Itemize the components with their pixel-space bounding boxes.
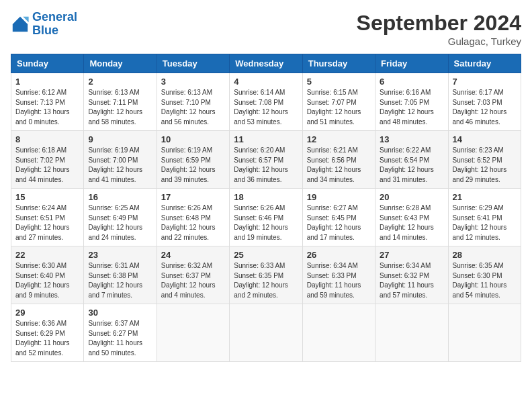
calendar-cell: 30Sunrise: 6:37 AM Sunset: 6:27 PM Dayli…	[84, 304, 157, 362]
weekday-header-sunday: Sunday	[11, 54, 84, 73]
day-info: Sunrise: 6:36 AM Sunset: 6:29 PM Dayligh…	[15, 319, 79, 358]
day-number: 5	[307, 77, 371, 87]
day-number: 16	[88, 192, 152, 202]
day-info: Sunrise: 6:29 AM Sunset: 6:41 PM Dayligh…	[453, 203, 517, 242]
calendar-cell: 5Sunrise: 6:15 AM Sunset: 7:07 PM Daylig…	[302, 73, 375, 131]
calendar-cell: 18Sunrise: 6:26 AM Sunset: 6:46 PM Dayli…	[230, 189, 302, 246]
day-number: 25	[234, 250, 298, 260]
day-number: 20	[380, 192, 443, 202]
calendar-cell: 21Sunrise: 6:29 AM Sunset: 6:41 PM Dayli…	[448, 189, 521, 246]
calendar-cell: 19Sunrise: 6:27 AM Sunset: 6:45 PM Dayli…	[302, 189, 375, 246]
weekday-header-wednesday: Wednesday	[230, 54, 302, 73]
calendar-cell: 3Sunrise: 6:13 AM Sunset: 7:10 PM Daylig…	[157, 73, 229, 131]
day-number: 30	[88, 308, 152, 318]
calendar-cell	[448, 304, 521, 362]
calendar-cell: 29Sunrise: 6:36 AM Sunset: 6:29 PM Dayli…	[11, 304, 84, 362]
day-info: Sunrise: 6:17 AM Sunset: 7:03 PM Dayligh…	[453, 88, 517, 127]
calendar-cell: 27Sunrise: 6:34 AM Sunset: 6:32 PM Dayli…	[375, 246, 448, 304]
day-info: Sunrise: 6:28 AM Sunset: 6:43 PM Dayligh…	[380, 203, 443, 242]
day-number: 21	[453, 192, 517, 202]
calendar-cell: 11Sunrise: 6:20 AM Sunset: 6:57 PM Dayli…	[230, 131, 302, 189]
calendar-cell: 23Sunrise: 6:31 AM Sunset: 6:38 PM Dayli…	[84, 246, 157, 304]
day-info: Sunrise: 6:30 AM Sunset: 6:40 PM Dayligh…	[15, 261, 79, 300]
day-number: 9	[88, 134, 152, 144]
calendar-table: SundayMondayTuesdayWednesdayThursdayFrid…	[11, 54, 521, 362]
day-info: Sunrise: 6:22 AM Sunset: 6:54 PM Dayligh…	[380, 146, 443, 185]
day-info: Sunrise: 6:12 AM Sunset: 7:13 PM Dayligh…	[15, 88, 79, 127]
day-number: 28	[453, 250, 517, 260]
day-info: Sunrise: 6:25 AM Sunset: 6:49 PM Dayligh…	[88, 203, 152, 242]
day-number: 23	[88, 250, 152, 260]
day-number: 29	[15, 308, 79, 318]
calendar-cell: 15Sunrise: 6:24 AM Sunset: 6:51 PM Dayli…	[11, 189, 84, 246]
day-info: Sunrise: 6:32 AM Sunset: 6:37 PM Dayligh…	[161, 261, 225, 300]
day-info: Sunrise: 6:20 AM Sunset: 6:57 PM Dayligh…	[234, 146, 298, 185]
day-info: Sunrise: 6:26 AM Sunset: 6:46 PM Dayligh…	[234, 203, 298, 242]
day-number: 18	[234, 192, 298, 202]
day-number: 17	[161, 192, 225, 202]
calendar-cell: 14Sunrise: 6:23 AM Sunset: 6:52 PM Dayli…	[448, 131, 521, 189]
day-info: Sunrise: 6:21 AM Sunset: 6:56 PM Dayligh…	[307, 146, 371, 185]
weekday-header-tuesday: Tuesday	[157, 54, 229, 73]
calendar-cell: 9Sunrise: 6:19 AM Sunset: 7:00 PM Daylig…	[84, 131, 157, 189]
day-number: 6	[380, 77, 443, 87]
calendar-cell: 8Sunrise: 6:18 AM Sunset: 7:02 PM Daylig…	[11, 131, 84, 189]
day-number: 8	[15, 134, 79, 144]
calendar-cell: 2Sunrise: 6:13 AM Sunset: 7:11 PM Daylig…	[84, 73, 157, 131]
day-info: Sunrise: 6:34 AM Sunset: 6:32 PM Dayligh…	[380, 261, 443, 300]
weekday-header-monday: Monday	[84, 54, 157, 73]
day-info: Sunrise: 6:26 AM Sunset: 6:48 PM Dayligh…	[161, 203, 225, 242]
calendar-cell: 7Sunrise: 6:17 AM Sunset: 7:03 PM Daylig…	[448, 73, 521, 131]
day-info: Sunrise: 6:37 AM Sunset: 6:27 PM Dayligh…	[88, 319, 152, 358]
calendar-cell: 16Sunrise: 6:25 AM Sunset: 6:49 PM Dayli…	[84, 189, 157, 246]
logo: General Blue	[11, 11, 77, 38]
calendar-cell	[375, 304, 448, 362]
weekday-header-saturday: Saturday	[448, 54, 521, 73]
day-number: 14	[453, 134, 517, 144]
calendar-cell	[230, 304, 302, 362]
day-info: Sunrise: 6:34 AM Sunset: 6:33 PM Dayligh…	[307, 261, 371, 300]
month-title: September 2024	[357, 11, 521, 36]
calendar-cell: 10Sunrise: 6:19 AM Sunset: 6:59 PM Dayli…	[157, 131, 229, 189]
day-number: 10	[161, 134, 225, 144]
day-number: 7	[453, 77, 517, 87]
day-number: 12	[307, 134, 371, 144]
day-number: 22	[15, 250, 79, 260]
location: Gulagac, Turkey	[357, 36, 521, 47]
day-number: 24	[161, 250, 225, 260]
day-number: 11	[234, 134, 298, 144]
logo-icon	[11, 15, 30, 34]
day-number: 3	[161, 77, 225, 87]
calendar-cell: 24Sunrise: 6:32 AM Sunset: 6:37 PM Dayli…	[157, 246, 229, 304]
day-info: Sunrise: 6:15 AM Sunset: 7:07 PM Dayligh…	[307, 88, 371, 127]
calendar-cell: 28Sunrise: 6:35 AM Sunset: 6:30 PM Dayli…	[448, 246, 521, 304]
day-number: 15	[15, 192, 79, 202]
calendar-cell: 4Sunrise: 6:14 AM Sunset: 7:08 PM Daylig…	[230, 73, 302, 131]
day-info: Sunrise: 6:19 AM Sunset: 6:59 PM Dayligh…	[161, 146, 225, 185]
day-info: Sunrise: 6:31 AM Sunset: 6:38 PM Dayligh…	[88, 261, 152, 300]
title-area: September 2024 Gulagac, Turkey	[357, 11, 521, 47]
calendar-cell	[157, 304, 229, 362]
day-info: Sunrise: 6:13 AM Sunset: 7:11 PM Dayligh…	[88, 88, 152, 127]
day-info: Sunrise: 6:18 AM Sunset: 7:02 PM Dayligh…	[15, 146, 79, 185]
calendar-cell: 20Sunrise: 6:28 AM Sunset: 6:43 PM Dayli…	[375, 189, 448, 246]
day-info: Sunrise: 6:13 AM Sunset: 7:10 PM Dayligh…	[161, 88, 225, 127]
calendar-cell: 17Sunrise: 6:26 AM Sunset: 6:48 PM Dayli…	[157, 189, 229, 246]
calendar-cell: 26Sunrise: 6:34 AM Sunset: 6:33 PM Dayli…	[302, 246, 375, 304]
day-info: Sunrise: 6:24 AM Sunset: 6:51 PM Dayligh…	[15, 203, 79, 242]
day-number: 19	[307, 192, 371, 202]
day-number: 26	[307, 250, 371, 260]
weekday-header-friday: Friday	[375, 54, 448, 73]
day-info: Sunrise: 6:16 AM Sunset: 7:05 PM Dayligh…	[380, 88, 443, 127]
day-info: Sunrise: 6:23 AM Sunset: 6:52 PM Dayligh…	[453, 146, 517, 185]
day-number: 27	[380, 250, 443, 260]
calendar-cell: 12Sunrise: 6:21 AM Sunset: 6:56 PM Dayli…	[302, 131, 375, 189]
page-header: General Blue September 2024 Gulagac, Tur…	[11, 11, 521, 47]
calendar-cell: 25Sunrise: 6:33 AM Sunset: 6:35 PM Dayli…	[230, 246, 302, 304]
day-number: 2	[88, 77, 152, 87]
day-info: Sunrise: 6:27 AM Sunset: 6:45 PM Dayligh…	[307, 203, 371, 242]
day-number: 4	[234, 77, 298, 87]
weekday-header-thursday: Thursday	[302, 54, 375, 73]
calendar-cell: 13Sunrise: 6:22 AM Sunset: 6:54 PM Dayli…	[375, 131, 448, 189]
day-info: Sunrise: 6:14 AM Sunset: 7:08 PM Dayligh…	[234, 88, 298, 127]
